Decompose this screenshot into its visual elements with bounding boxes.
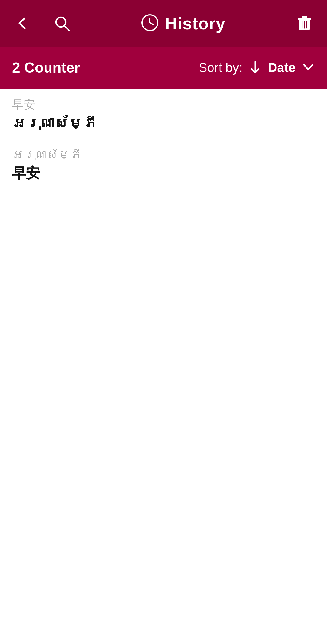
delete-all-button[interactable]	[294, 13, 315, 34]
sort-date-label: Date	[268, 60, 296, 75]
back-button[interactable]	[12, 13, 33, 34]
app-header: History	[0, 0, 327, 47]
list-item-translation: អរុណាស័ម្ភី	[12, 115, 315, 131]
list-item[interactable]: អរុណាស័ម្ភី早安	[0, 140, 327, 191]
sort-by-label: Sort by:	[199, 60, 243, 75]
svg-rect-7	[302, 16, 307, 18]
sort-dropdown-icon[interactable]	[302, 60, 315, 75]
page-title: History	[165, 14, 226, 33]
sort-direction-icon	[249, 60, 262, 75]
list-item-source: អរុណាស័ម្ភី	[12, 148, 315, 161]
list-item[interactable]: 早安អរុណាស័ម្ភី	[0, 89, 327, 140]
svg-line-4	[150, 23, 154, 25]
list-item-source: 早安	[12, 97, 315, 112]
counter-label: 2 Counter	[12, 59, 199, 76]
header-title-group: History	[73, 14, 294, 33]
subheader: 2 Counter Sort by: Date	[0, 47, 327, 89]
history-icon	[141, 14, 159, 33]
svg-line-1	[64, 26, 69, 30]
history-list: 早安អរុណាស័ម្ភីអរុណាស័ម្ភី早安	[0, 89, 327, 644]
list-item-translation: 早安	[12, 164, 315, 183]
search-button[interactable]	[51, 13, 73, 34]
sort-group[interactable]: Sort by: Date	[199, 60, 315, 75]
